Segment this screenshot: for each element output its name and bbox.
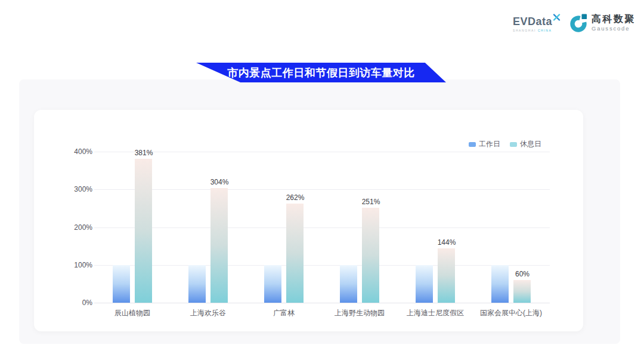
gausscode-logo-en: Gausscode: [592, 25, 636, 32]
bar-restday[interactable]: [286, 204, 304, 303]
bar-value-label: 262%: [277, 193, 313, 202]
chart-panel: 工作日休息日 0%100%200%300%400%381%辰山植物园304%上海…: [19, 79, 620, 344]
bar-restday[interactable]: [513, 280, 531, 303]
bar-value-label: 251%: [353, 198, 389, 206]
evdata-logo-subtext: SHANGHAI CHINA: [513, 29, 561, 32]
bar-value-label: 60%: [504, 270, 540, 278]
chart-legend: 工作日休息日: [469, 139, 541, 149]
evdata-x-icon: [553, 14, 561, 21]
bar-restday[interactable]: [135, 159, 152, 303]
x-axis-category-label: 上海欢乐谷: [166, 308, 250, 318]
gridline: [94, 189, 550, 190]
y-axis-tick-label: 200%: [66, 223, 92, 232]
y-axis-tick-label: 400%: [66, 147, 92, 156]
gausscode-icon: [570, 13, 588, 32]
legend-item-workday[interactable]: 工作日: [469, 139, 500, 149]
gausscode-logo-cn: 高科数聚: [592, 14, 636, 24]
gridline: [94, 152, 550, 152]
y-axis-tick-label: 300%: [66, 185, 92, 193]
gridline: [94, 227, 550, 228]
legend-label: 工作日: [479, 139, 500, 149]
bar-restday[interactable]: [210, 188, 228, 303]
gridline: [94, 303, 550, 303]
bar-workday[interactable]: [416, 265, 433, 303]
bar-workday[interactable]: [340, 265, 357, 303]
y-axis-tick-label: 0%: [66, 299, 92, 307]
gausscode-logo: 高科数聚 Gausscode: [570, 13, 636, 32]
x-axis-category-label: 广富林: [242, 308, 326, 318]
bar-restday[interactable]: [362, 208, 379, 303]
x-axis-category-label: 国家会展中心(上海): [469, 308, 553, 318]
legend-marker: [510, 142, 517, 147]
chart-card: 工作日休息日 0%100%200%300%400%381%辰山植物园304%上海…: [34, 110, 583, 331]
evdata-logo: EVData SHANGHAI CHINA: [513, 16, 561, 32]
bar-value-label: 381%: [126, 149, 162, 157]
x-axis-category-label: 辰山植物园: [91, 308, 174, 318]
y-axis-tick-label: 100%: [66, 261, 92, 269]
bar-value-label: 144%: [429, 238, 465, 247]
x-axis-category-label: 上海野生动物园: [318, 308, 401, 318]
bar-workday[interactable]: [113, 265, 130, 303]
page-title: 市内景点工作日和节假日到访车量对比: [227, 66, 415, 80]
legend-label: 休息日: [520, 139, 541, 149]
bar-value-label: 304%: [202, 178, 237, 186]
bar-workday[interactable]: [188, 265, 206, 303]
legend-marker: [469, 142, 476, 147]
header-logos: EVData SHANGHAI CHINA 高科数聚 Gausscode: [513, 13, 636, 32]
x-axis-category-label: 上海迪士尼度假区: [394, 308, 477, 318]
gridline: [94, 265, 550, 266]
bar-restday[interactable]: [438, 248, 455, 303]
bar-workday[interactable]: [264, 265, 281, 303]
legend-item-restday[interactable]: 休息日: [510, 139, 541, 149]
evdata-logo-text: EVData: [513, 16, 552, 27]
